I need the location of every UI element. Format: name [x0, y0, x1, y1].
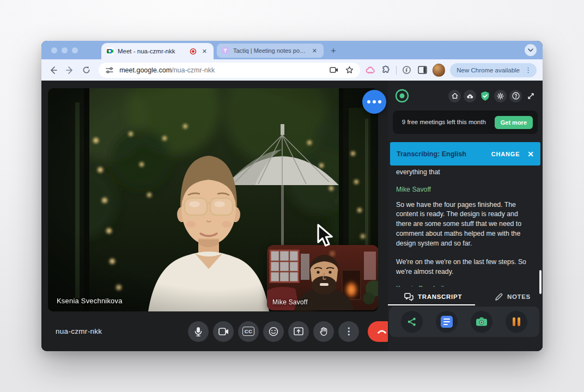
shield-check-icon[interactable]	[479, 90, 491, 102]
tab-meet[interactable]: Meet - nua-czmr-nkk ✕	[101, 43, 214, 59]
share-button[interactable]	[401, 311, 423, 333]
bookmark-star-icon[interactable]	[344, 65, 355, 76]
browser-window: Meet - nua-czmr-nkk ✕ Tactiq | Meeting n…	[41, 41, 543, 351]
extensions-puzzle-icon[interactable]	[381, 65, 391, 76]
cloud-upload-icon[interactable]	[464, 90, 476, 102]
tab-title: Meet - nua-czmr-nkk	[118, 48, 186, 54]
present-screen-button[interactable]	[288, 321, 309, 342]
free-meetings-banner: 9 free meetings left this month Get more	[393, 111, 538, 134]
pause-icon	[513, 317, 520, 326]
tactiq-header	[395, 89, 537, 103]
transcript-tab-label: TRANSCRIPT	[418, 293, 462, 300]
call-controls: CC ⋮	[188, 321, 396, 342]
new-tab-button[interactable]: ＋	[329, 46, 338, 55]
participant-name-label: Ksenia Svechnikova	[57, 297, 123, 305]
help-icon[interactable]	[509, 90, 522, 102]
settings-gear-icon[interactable]	[494, 90, 507, 102]
close-window-icon[interactable]	[51, 47, 57, 53]
meet-page: Ksenia Svechnikova	[41, 81, 543, 351]
more-options-icon: ⋮	[344, 327, 354, 336]
minimize-window-icon[interactable]	[62, 47, 68, 53]
tactiq-tab-bar: TRANSCRIPT NOTES	[388, 288, 543, 305]
transcript-speaker: Ksenia Svechnikova	[396, 284, 533, 287]
camera-button[interactable]	[213, 321, 234, 342]
tab-list-chevron-icon[interactable]	[525, 44, 537, 56]
new-chrome-available-button[interactable]: New Chrome available ⋮	[450, 63, 537, 77]
tactiq-favicon-icon	[222, 47, 229, 54]
microphone-button[interactable]	[188, 321, 209, 342]
transcript-speaker: Mike Savoff	[396, 185, 533, 195]
maximize-window-icon[interactable]	[72, 47, 78, 53]
captions-button[interactable]: CC	[238, 321, 259, 342]
back-icon[interactable]	[47, 64, 59, 76]
transcript-text: everything that	[396, 168, 533, 177]
tab-strip: Meet - nua-czmr-nkk ✕ Tactiq | Meeting n…	[41, 41, 543, 59]
free-meetings-text: 9 free meetings left this month	[398, 118, 490, 126]
tactiq-header-icons	[448, 90, 537, 102]
change-language-button[interactable]: CHANGE	[491, 151, 520, 157]
extension-pink-icon[interactable]	[365, 65, 375, 76]
screenshot-button[interactable]	[471, 311, 492, 333]
home-icon[interactable]	[448, 90, 461, 102]
captions-icon: CC	[242, 327, 255, 336]
tab-close-icon[interactable]: ✕	[200, 47, 209, 56]
meet-favicon-icon	[106, 47, 114, 55]
tab-transcript[interactable]: TRANSCRIPT	[404, 293, 462, 301]
tab-close-icon[interactable]: ✕	[311, 47, 319, 55]
toolbar-divider	[396, 66, 397, 75]
reload-icon[interactable]	[81, 64, 92, 76]
tab-tactiq[interactable]: Tactiq | Meeting notes powe ✕	[217, 44, 324, 58]
tab-capture-camera-icon[interactable]	[328, 65, 339, 76]
raise-hand-button[interactable]	[313, 321, 334, 342]
share-icon	[407, 317, 417, 327]
transcript-text: So we have the four pages finished. The …	[396, 200, 533, 249]
transcribing-label: Transcribing: English	[397, 150, 486, 158]
more-options-button[interactable]: ⋮	[338, 321, 359, 342]
google-doc-icon	[441, 316, 453, 328]
tactiq-action-bar	[389, 307, 539, 337]
browser-toolbar: meet.google.com/nua-czmr-nkk New Chrome …	[41, 59, 543, 81]
pause-button[interactable]	[506, 311, 527, 333]
chat-bubbles-icon	[404, 293, 413, 301]
window-traffic-lights[interactable]	[51, 47, 78, 53]
browser-menu-kebab-icon[interactable]: ⋮	[522, 66, 534, 74]
tab-notes[interactable]: NOTES	[495, 293, 531, 301]
transcript-text: We're on the we're on the last few steps…	[396, 258, 533, 277]
emoji-reactions-button[interactable]	[263, 321, 284, 342]
meeting-code-label: nua-czmr-nkk	[56, 327, 102, 335]
notes-tab-label: NOTES	[507, 293, 531, 300]
active-tab-underline	[388, 304, 475, 305]
tactiq-chat-bubble-button[interactable]	[362, 90, 386, 114]
main-video-tile[interactable]: Ksenia Svechnikova	[48, 88, 378, 311]
mouse-cursor	[314, 223, 336, 250]
circle-bolt-icon[interactable]	[402, 65, 412, 76]
profile-avatar[interactable]	[433, 64, 445, 77]
participant-name-label: Mike Savoff	[272, 298, 308, 306]
site-settings-tune-icon[interactable]	[104, 65, 115, 76]
get-more-button[interactable]: Get more	[495, 116, 533, 129]
camera-icon	[476, 317, 488, 327]
new-chrome-label: New Chrome available	[457, 67, 520, 74]
url-bar[interactable]: meet.google.com/nua-czmr-nkk	[99, 63, 360, 78]
record-target-icon	[395, 89, 409, 103]
pip-video-tile[interactable]: Mike Savoff	[267, 245, 378, 310]
transcript-panel[interactable]: everything that Mike Savoff So we have t…	[396, 168, 533, 287]
close-banner-icon[interactable]: ✕	[527, 150, 534, 158]
expand-resize-icon[interactable]	[525, 90, 537, 102]
url-text[interactable]: meet.google.com/nua-czmr-nkk	[119, 66, 324, 74]
recording-indicator-icon	[190, 48, 197, 55]
google-doc-button[interactable]	[436, 311, 458, 333]
tab-title: Tactiq | Meeting notes powe	[233, 47, 307, 54]
tactiq-sidebar: 9 free meetings left this month Get more…	[388, 81, 543, 351]
transcribing-banner: Transcribing: English CHANGE ✕	[390, 142, 540, 166]
forward-icon[interactable]	[64, 64, 75, 76]
pencil-icon	[495, 293, 503, 301]
side-panel-icon[interactable]	[417, 65, 427, 76]
